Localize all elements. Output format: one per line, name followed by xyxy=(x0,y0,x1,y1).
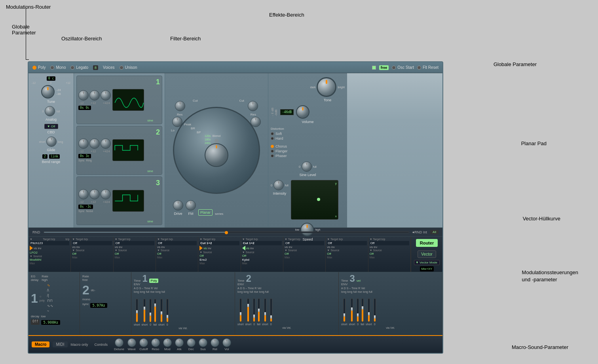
macro-tab[interactable]: Macro xyxy=(32,341,49,347)
poly-radio[interactable]: Poly xyxy=(32,65,46,70)
mod-slot1-target[interactable]: Pitch123 xyxy=(30,241,69,245)
lfo1-wave-saw[interactable]: /| xyxy=(46,293,54,298)
mod-slot3-target[interactable]: Off xyxy=(115,241,154,245)
lfo1-wave-rand[interactable]: ∿∿ xyxy=(46,303,54,308)
mod-slot9-target[interactable]: Off xyxy=(370,241,409,245)
filter-blend-knob[interactable] xyxy=(205,143,228,167)
mod-slot2-target[interactable]: Off xyxy=(72,241,112,245)
flanger-option[interactable]: Flanger xyxy=(271,149,345,154)
macro-rel-knob[interactable] xyxy=(211,338,219,347)
mod-slot-4: ▼ Target b/p Off vis inv ▼ Source Off Ma… xyxy=(156,237,198,272)
osc3-noise: Noise xyxy=(86,210,93,212)
osc2-detune-knob[interactable] xyxy=(89,138,100,149)
slot2-source: ▼ Source xyxy=(72,249,112,252)
macro-detune-knob[interactable] xyxy=(115,338,123,347)
env2-S-slider[interactable]: 0 xyxy=(253,298,255,326)
mod-slot4-target[interactable]: Off xyxy=(157,241,197,245)
env3-V-slider[interactable]: 0 xyxy=(374,298,376,326)
env2-D-slider[interactable]: short xyxy=(245,298,252,326)
rnd-slider[interactable] xyxy=(44,231,409,233)
macro-atk-knob[interactable] xyxy=(175,338,184,347)
cut-knob-1[interactable] xyxy=(175,101,185,111)
volume-knob[interactable] xyxy=(296,105,309,119)
mod-slot3-header: ▼ Target b/p xyxy=(115,238,154,241)
soft-option[interactable]: Soft xyxy=(271,131,345,136)
osc1-semitone-knob[interactable] xyxy=(78,90,89,100)
osc1-detune-knob[interactable] xyxy=(89,90,100,100)
env2-T-slider[interactable]: fall xyxy=(257,298,260,326)
voices-radio[interactable]: Voices xyxy=(103,65,114,70)
lfo1-wave-pulse[interactable]: ⊓⊓ xyxy=(46,298,54,303)
mod-slot8-target[interactable]: Off xyxy=(327,241,366,245)
legato-radio[interactable]: Legato xyxy=(70,65,88,70)
speed-knob[interactable] xyxy=(300,223,314,236)
sine-level-knob[interactable] xyxy=(302,161,312,172)
osc3-detune-knob[interactable] xyxy=(89,189,100,199)
lfo1-wave-sine[interactable]: ∿ xyxy=(46,283,54,288)
res-knob-1[interactable] xyxy=(172,117,182,127)
env1-V-slider[interactable]: 0 xyxy=(166,299,169,326)
flt-reset-radio[interactable]: Flt Reset xyxy=(417,65,439,70)
env1-S-slider[interactable]: 0 xyxy=(149,299,152,326)
intensity-knob[interactable] xyxy=(273,180,284,190)
env1-via-vel: via Vel. xyxy=(134,327,232,330)
osc2-fm-knob[interactable] xyxy=(101,138,111,149)
mod-slot7-header: ▼ Target b/p xyxy=(285,238,324,241)
cut-knob-2[interactable] xyxy=(248,101,258,111)
mod-slot6-target[interactable]: Cut 1+2 xyxy=(242,241,282,245)
soft-label: Soft xyxy=(275,132,282,136)
env3-R-slider[interactable]: short xyxy=(366,298,372,326)
slot3-source: ▼ Source xyxy=(115,249,154,252)
env2-A-slider[interactable]: short xyxy=(237,298,244,326)
hard-option[interactable]: Hard xyxy=(271,136,345,141)
macro-mod-knob[interactable] xyxy=(163,338,172,347)
flanger-dot xyxy=(271,150,274,153)
macro-reso-knob[interactable] xyxy=(151,338,160,347)
env3-D-slider[interactable]: short xyxy=(349,298,355,326)
env1-R-slider[interactable]: short xyxy=(158,299,165,326)
macro-wave-knob[interactable] xyxy=(127,338,136,347)
macro-sus-knob[interactable] xyxy=(199,338,207,347)
osc3-semitone-knob[interactable] xyxy=(78,189,89,199)
planar-btn[interactable]: Planar xyxy=(198,209,213,216)
lfo1-wave-snd[interactable]: ~ xyxy=(46,309,54,313)
vector-button[interactable]: Vector xyxy=(418,250,436,258)
chorus-option[interactable]: Chorus xyxy=(271,144,345,149)
vector-mode-dropdown[interactable]: ▼ Vector Mode xyxy=(414,260,440,265)
res-knob-2[interactable] xyxy=(251,117,261,127)
cbd-dropdown[interactable]: ▼ Off xyxy=(44,124,58,129)
env2-labels-top: ADS – TimeRVel xyxy=(237,287,336,290)
macro-cutoff-knob[interactable] xyxy=(139,338,148,347)
planar-pad-display[interactable]: y x xyxy=(291,180,338,220)
env2-V-slider[interactable]: 0 xyxy=(270,298,272,326)
env3-S-slider[interactable]: 0 xyxy=(357,298,359,326)
midi-tab[interactable]: MIDI xyxy=(53,341,67,347)
mono-label: Mono xyxy=(56,65,66,70)
osc1-fm-knob[interactable] xyxy=(101,90,111,100)
mod-slot5-target[interactable]: Cut 1+2 xyxy=(199,241,239,245)
env3-T-slider[interactable]: fall xyxy=(361,298,364,326)
env1-A-slider[interactable]: short xyxy=(134,299,140,326)
glide-knob[interactable] xyxy=(46,136,57,147)
env1-D-slider[interactable]: short xyxy=(142,299,148,326)
free-checkbox[interactable] xyxy=(372,66,376,70)
env2-R-slider[interactable]: short xyxy=(262,298,268,326)
drive-knob[interactable] xyxy=(173,200,183,210)
osc2-semitone-knob[interactable] xyxy=(78,138,89,149)
mod-slot7-target[interactable]: Off xyxy=(285,241,324,245)
analog-knob[interactable] xyxy=(45,106,55,116)
macro-vol-knob[interactable] xyxy=(222,338,231,347)
tone-knob[interactable] xyxy=(317,77,336,97)
unison-radio[interactable]: Unison xyxy=(120,65,137,70)
phaser-option[interactable]: Phaser xyxy=(271,154,345,158)
tune-knob[interactable] xyxy=(41,85,55,99)
lfo1-wave-tri[interactable]: /\ xyxy=(46,288,54,293)
osc3-fm-knob[interactable] xyxy=(101,189,111,199)
env3-A-slider[interactable]: short xyxy=(341,298,347,326)
mono-radio[interactable]: Mono xyxy=(50,65,66,70)
osc-start-radio[interactable]: Osc Start xyxy=(392,65,414,70)
router-button[interactable]: Router xyxy=(416,239,438,247)
env1-T-slider[interactable]: fall xyxy=(153,299,157,326)
macro-dec-knob[interactable] xyxy=(187,338,196,347)
filter-fm-knob[interactable] xyxy=(186,200,196,210)
